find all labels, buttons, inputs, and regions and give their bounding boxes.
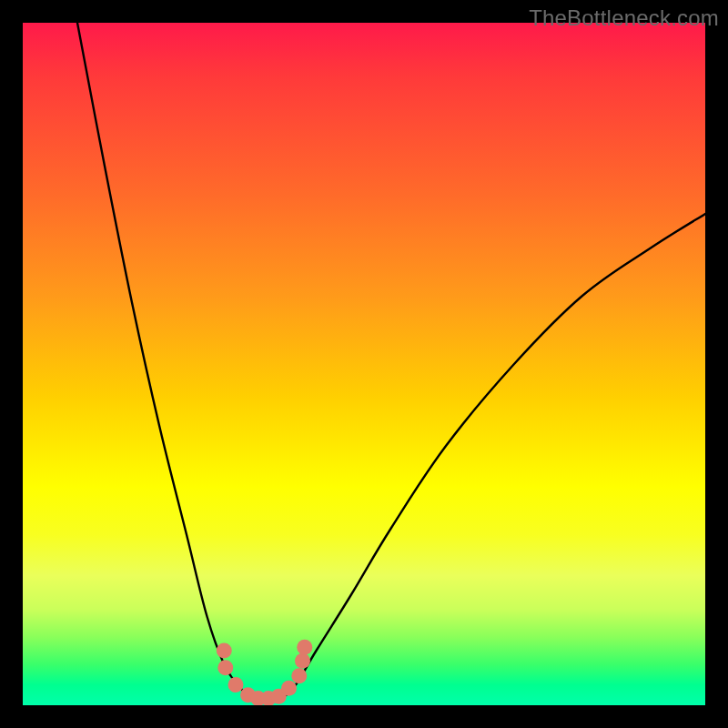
watermark-text: TheBottleneck.com	[529, 5, 719, 31]
plot-frame	[23, 23, 705, 705]
chart-container: TheBottleneck.com	[0, 0, 728, 728]
plot-gradient-background	[23, 23, 705, 705]
